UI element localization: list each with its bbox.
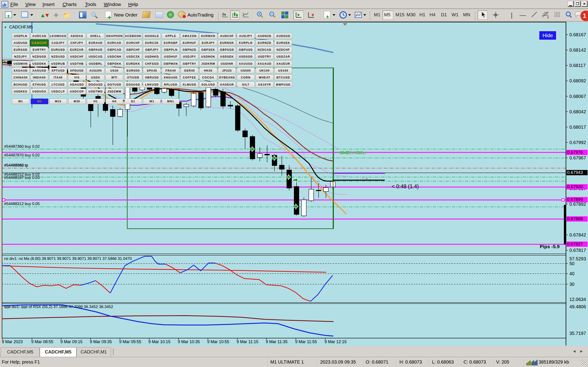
svg-text:E: E: [547, 16, 549, 19]
